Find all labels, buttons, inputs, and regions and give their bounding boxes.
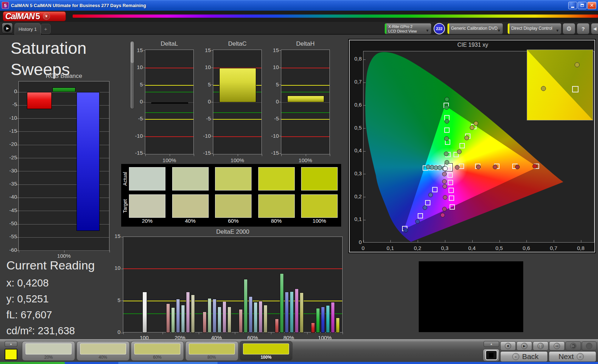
cie-measurement-circle (515, 165, 520, 169)
y-tick-label: -15 (198, 150, 211, 156)
tab-label: History 1 (18, 27, 36, 32)
tick-mark (279, 102, 281, 102)
cie-target-square (459, 143, 465, 148)
deltae-bar (300, 292, 304, 333)
pattern-window-button[interactable] (483, 349, 500, 362)
minimize-button[interactable] (568, 2, 577, 9)
display-control-dropdown[interactable]: Direct Display Control ▼ (507, 23, 562, 34)
y-tick-label: -20 (6, 141, 17, 147)
actual-target-swatch-panel: ActualTarget20%40%60%80%100% (121, 164, 341, 227)
cie-measurement-circle (445, 97, 449, 102)
tick-mark (279, 153, 281, 154)
tick-mark (279, 85, 281, 85)
y-tick-label: -25 (6, 154, 17, 160)
close-button[interactable]: ✕ (587, 2, 596, 9)
y-tick-label: -5 (6, 101, 17, 107)
y-tick-label: -50 (6, 220, 17, 226)
swatch-chip (189, 343, 235, 354)
play-button[interactable]: ▶ (517, 341, 532, 351)
swatch-target-100% (301, 194, 338, 218)
pattern-swatch-100%[interactable]: 100% (239, 341, 293, 361)
tick-mark (121, 301, 123, 301)
cie-target-square (444, 127, 450, 133)
y-tick-label: -60 (6, 247, 17, 253)
tick-mark (500, 240, 500, 242)
source-dropdown[interactable]: Generic Calibration DVD ▼ (447, 23, 503, 34)
tick-mark (343, 332, 343, 334)
ref-line (281, 92, 329, 92)
pattern-swatch-40%[interactable]: 40% (77, 341, 130, 361)
refresh-button[interactable] (565, 341, 581, 351)
delta-plot (213, 50, 262, 154)
tick-mark (143, 153, 145, 154)
add-tab-button[interactable]: + (41, 24, 51, 34)
continuous-button[interactable]: ∞ (549, 341, 565, 351)
extra-transport-button[interactable] (582, 341, 597, 351)
start-button[interactable] (0, 362, 65, 364)
transport-up-button[interactable]: ▲ (484, 341, 499, 347)
tick-mark (121, 269, 123, 269)
logo-menu-arrow[interactable]: ▼ (43, 13, 50, 20)
step-button[interactable]: [··] (533, 341, 548, 351)
pattern-swatch-20%[interactable]: 20% (22, 341, 75, 361)
taskbar-window-button[interactable] (118, 362, 218, 364)
ref-line (145, 85, 193, 86)
next-button[interactable]: Next» (549, 351, 596, 362)
y-tick-label: 10 (266, 64, 279, 70)
inset-measurement-circle (541, 86, 546, 91)
pattern-swatch-80%[interactable]: 80% (185, 341, 238, 361)
calman-logo-menu[interactable]: CalMAN 5 ▼ (3, 11, 66, 21)
cie-target-square (432, 187, 438, 192)
cie-target-square (418, 213, 423, 218)
ref-line (145, 92, 193, 92)
play-icon: ▶ (521, 343, 528, 349)
y-tick-label: 0 (130, 98, 143, 104)
blank-icon (586, 343, 592, 349)
cie-target-square (447, 172, 453, 178)
tick-mark (194, 154, 194, 156)
cie-target-square (425, 200, 430, 205)
restore-button[interactable] (578, 2, 587, 9)
delta-bar (287, 96, 324, 102)
tick-mark (238, 154, 238, 156)
swatch-actual-40% (172, 167, 209, 190)
ref-line (281, 85, 329, 86)
cie-measurement-circle (423, 205, 427, 210)
ref-line (123, 268, 342, 269)
delta-plot (145, 50, 194, 154)
y-tick-label: 5 (266, 81, 279, 87)
tick-mark (363, 59, 366, 60)
deltae-2000-chart: DeltaE 2000 051015 10020%40%60%80%100% (106, 228, 354, 347)
cie-measurement-circle (428, 193, 433, 197)
tick-mark (143, 50, 145, 51)
cie-measurement-circle (457, 149, 462, 154)
collapse-panel-button[interactable]: ◀ (591, 23, 598, 34)
tick-mark (279, 119, 281, 119)
windows-taskbar[interactable] (0, 362, 598, 364)
y-tick-label: -10 (130, 133, 143, 139)
tick-mark (330, 154, 330, 156)
back-button[interactable]: «Back (500, 351, 548, 362)
meter-dropdown[interactable]: X-Rite i1Pro 2 LCD Direct View ▼ (384, 23, 431, 34)
settings-button[interactable]: ⚙ (563, 23, 575, 34)
deltae-bar (280, 273, 284, 333)
swatch-button-label: 80% (186, 355, 238, 360)
tick-mark (418, 240, 418, 242)
tick-mark (19, 250, 19, 252)
stop-button[interactable]: ■ (500, 341, 516, 351)
inset-target-square (572, 86, 579, 92)
tab-history-1[interactable]: History 1 (15, 23, 41, 35)
x-axis-label: 100% (281, 157, 330, 163)
meter-count-badge[interactable]: 222 (434, 23, 445, 34)
pattern-swatch-60%[interactable]: 60% (131, 341, 184, 361)
help-button[interactable]: ? (577, 23, 589, 34)
delta-chart-deltal: DeltaL151050-5-10-15100% (130, 38, 195, 160)
y-tick-label: 0,8 (351, 56, 362, 62)
y-axis-ticks: 00,10,20,30,40,50,60,70,8 (351, 51, 362, 243)
y-tick-label: -45 (6, 207, 17, 213)
ref-line (123, 301, 342, 301)
x-tick-label: 0,8 (574, 245, 588, 251)
tick-mark (390, 240, 391, 242)
deltae-bar (295, 289, 299, 333)
tab-nav-button[interactable]: ▶ (2, 23, 13, 34)
